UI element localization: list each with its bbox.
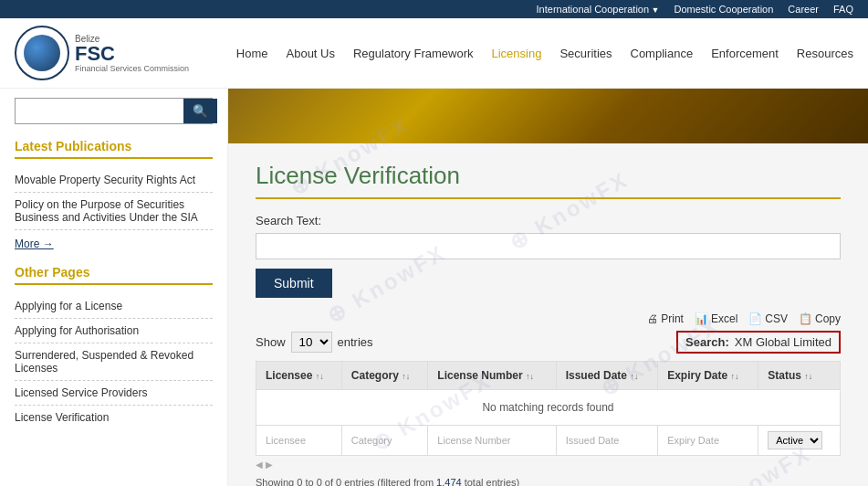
logo-circle bbox=[15, 26, 69, 80]
globe-icon bbox=[24, 35, 60, 71]
entries-label: entries bbox=[338, 335, 373, 349]
nav-about[interactable]: About Us bbox=[287, 47, 335, 60]
status-select[interactable]: Active bbox=[768, 431, 822, 449]
sidebar-search-box[interactable]: 🔍 bbox=[15, 98, 213, 124]
no-records-message: No matching records found bbox=[256, 390, 841, 426]
nav-securities[interactable]: Securities bbox=[559, 47, 612, 60]
page-title: License Verification bbox=[256, 162, 841, 199]
sidebar-pub-2[interactable]: Policy on the Purpose of Securities Busi… bbox=[15, 193, 213, 230]
header: Belize FSC Financial Services Commission… bbox=[0, 18, 868, 89]
show-label: Show bbox=[256, 335, 286, 349]
main-nav: Home About Us Regulatory Framework Licen… bbox=[236, 47, 853, 60]
placeholder-expiry-date: Expiry Date bbox=[658, 426, 758, 456]
show-entries: Show 10 25 50 entries bbox=[256, 332, 373, 353]
print-button[interactable]: 🖨 Print bbox=[647, 312, 684, 325]
col-category[interactable]: Category ↑↓ bbox=[341, 362, 428, 390]
nav-resources[interactable]: Resources bbox=[797, 47, 853, 60]
submit-button[interactable]: Submit bbox=[256, 269, 332, 298]
copy-button[interactable]: 📋 Copy bbox=[799, 312, 841, 325]
sidebar: 🔍 Latest Publications Movable Property S… bbox=[0, 89, 228, 486]
content-inner: License Verification Search Text: Submit… bbox=[228, 143, 868, 486]
data-table: Licensee ↑↓ Category ↑↓ License Number ↑… bbox=[256, 361, 841, 456]
scroll-hint: ◀ ▶ bbox=[256, 460, 841, 470]
table-search-box: Search: XM Global Limited bbox=[676, 331, 841, 354]
col-issued-date[interactable]: Issued Date ↑↓ bbox=[556, 362, 658, 390]
table-search-label: Search: bbox=[685, 335, 729, 349]
sidebar-other-5[interactable]: License Verification bbox=[15, 406, 213, 429]
other-pages-title: Other Pages bbox=[15, 265, 213, 285]
col-status[interactable]: Status ↑↓ bbox=[758, 362, 841, 390]
table-footer: Showing 0 to 0 of 0 entries (filtered fr… bbox=[256, 477, 841, 486]
placeholder-status[interactable]: Active bbox=[758, 426, 841, 456]
sidebar-other-3[interactable]: Surrendered, Suspended & Revoked License… bbox=[15, 343, 213, 381]
nav-regulatory[interactable]: Regulatory Framework bbox=[353, 47, 474, 60]
total-entries-link[interactable]: 1,474 bbox=[436, 477, 462, 486]
placeholder-row: Licensee Category License Number Issued … bbox=[256, 426, 841, 456]
topbar-faq[interactable]: FAQ bbox=[833, 4, 853, 15]
logo-subtitle: Financial Services Commission bbox=[75, 64, 189, 73]
sidebar-search-button[interactable]: 🔍 bbox=[183, 99, 217, 123]
showing-text: Showing 0 to 0 of 0 entries (filtered fr… bbox=[256, 477, 436, 486]
placeholder-license-number: License Number bbox=[428, 426, 556, 456]
main-content: ⊕ KnowFX ⊕ KnowFX ⊕ KnowFX ⊕ KnowFX ⊕ Kn… bbox=[228, 89, 868, 486]
topbar-international[interactable]: International Cooperation bbox=[537, 4, 660, 15]
sidebar-search-input[interactable] bbox=[16, 99, 183, 123]
placeholder-licensee: Licensee bbox=[256, 426, 342, 456]
logo-area: Belize FSC Financial Services Commission bbox=[15, 26, 236, 80]
layout: 🔍 Latest Publications Movable Property S… bbox=[0, 89, 868, 486]
nav-compliance[interactable]: Compliance bbox=[631, 47, 694, 60]
topbar-career[interactable]: Career bbox=[788, 4, 819, 15]
sidebar-other-1[interactable]: Applying for a License bbox=[15, 294, 213, 319]
table-search-value: XM Global Limited bbox=[735, 335, 831, 349]
topbar-domestic[interactable]: Domestic Cooperation bbox=[675, 4, 774, 15]
search-text-label: Search Text: bbox=[256, 214, 841, 227]
col-expiry-date[interactable]: Expiry Date ↑↓ bbox=[658, 362, 758, 390]
table-actions: 🖨 Print 📊 Excel 📄 CSV 📋 Copy bbox=[647, 312, 841, 325]
latest-publications-title: Latest Publications bbox=[15, 139, 213, 159]
hero-image bbox=[228, 89, 868, 143]
footer-end: total entries) bbox=[462, 477, 520, 486]
sidebar-other-2[interactable]: Applying for Authorisation bbox=[15, 319, 213, 343]
csv-button[interactable]: 📄 CSV bbox=[748, 312, 788, 325]
nav-licensing[interactable]: Licensing bbox=[491, 47, 541, 60]
nav-home[interactable]: Home bbox=[236, 47, 268, 60]
search-text-input[interactable] bbox=[256, 233, 841, 259]
logo-fsc: FSC bbox=[75, 44, 189, 64]
no-records-row: No matching records found bbox=[256, 390, 841, 426]
col-licensee[interactable]: Licensee ↑↓ bbox=[256, 362, 342, 390]
nav-enforcement[interactable]: Enforcement bbox=[711, 47, 779, 60]
table-toolbar: Show 10 25 50 entries Search: XM Global … bbox=[256, 331, 841, 354]
excel-button[interactable]: 📊 Excel bbox=[695, 312, 737, 325]
placeholder-category: Category bbox=[341, 426, 428, 456]
sidebar-more-link[interactable]: More → bbox=[15, 238, 54, 250]
sidebar-pub-1[interactable]: Movable Property Security Rights Act bbox=[15, 168, 213, 193]
top-bar: International Cooperation Domestic Coope… bbox=[0, 0, 868, 18]
entries-select[interactable]: 10 25 50 bbox=[291, 332, 332, 353]
col-license-number[interactable]: License Number ↑↓ bbox=[428, 362, 556, 390]
logo-text-block: Belize FSC Financial Services Commission bbox=[75, 34, 189, 73]
placeholder-issued-date: Issued Date bbox=[556, 426, 658, 456]
sidebar-other-4[interactable]: Licensed Service Providers bbox=[15, 381, 213, 406]
